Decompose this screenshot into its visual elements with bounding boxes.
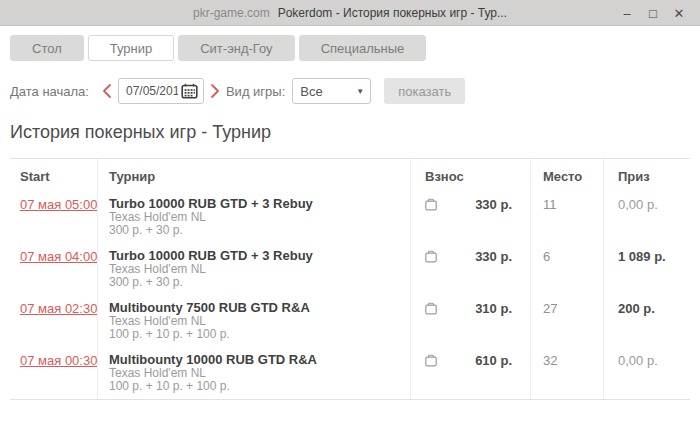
next-date-arrow-icon[interactable]: [210, 83, 220, 99]
game-variant: Texas Hold'em NL: [109, 211, 410, 225]
place-value: 27: [530, 295, 603, 347]
tournament-name: Multibounty 7500 RUB GTD R&A: [109, 301, 410, 315]
start-time-link[interactable]: 07 мая 02:30: [20, 301, 97, 316]
page-title: История покерных игр - Турнир: [10, 122, 690, 143]
game-type-selected-value: Все: [300, 84, 322, 99]
prize-value: 0,00 р.: [618, 353, 658, 368]
tournament-name: Turbo 10000 RUB GTD + 3 Rebuy: [109, 249, 410, 263]
prev-date-arrow-icon[interactable]: [102, 83, 112, 99]
start-time-link[interactable]: 07 мая 04:00: [20, 249, 97, 264]
wallet-icon: [425, 302, 437, 315]
start-time-link[interactable]: 07 мая 05:00: [20, 197, 97, 212]
window-controls: – □ ✕: [614, 0, 692, 26]
column-header-place: Место: [530, 159, 603, 191]
tournament-name: Multibounty 10000 RUB GTD R&A: [109, 353, 410, 367]
close-icon[interactable]: ✕: [666, 0, 692, 26]
table-row: 07 мая 02:30 Multibounty 7500 RUB GTD R&…: [10, 295, 690, 347]
prize-value: 200 р.: [618, 301, 655, 316]
place-value: 6: [530, 243, 603, 295]
tab-table[interactable]: Стол: [10, 35, 84, 61]
game-variant: Texas Hold'em NL: [109, 315, 410, 329]
date-field[interactable]: [126, 84, 178, 98]
wallet-icon: [425, 250, 437, 263]
prize-value: 0,00 р.: [618, 197, 658, 212]
table-row: 07 мая 04:00 Turbo 10000 RUB GTD + 3 Reb…: [10, 243, 690, 295]
place-value: 11: [530, 191, 603, 243]
buyin-breakdown: 100 р. + 10 р. + 100 р.: [109, 380, 410, 394]
table-header-row: Start Турнир Взнос Место Приз: [10, 159, 690, 191]
tab-tournament[interactable]: Турнир: [88, 35, 174, 61]
table-row: 07 мая 05:00 Turbo 10000 RUB GTD + 3 Reb…: [10, 191, 690, 243]
column-header-fee: Взнос: [410, 159, 530, 191]
tab-sit-and-go[interactable]: Сит-энд-Гоу: [178, 35, 294, 61]
date-label: Дата начала:: [10, 84, 89, 99]
calendar-icon[interactable]: [181, 83, 198, 99]
chevron-down-icon: ▼: [356, 87, 364, 96]
fee-value: 330 р.: [475, 249, 512, 264]
buyin-breakdown: 300 р. + 30 р.: [109, 224, 410, 238]
game-variant: Texas Hold'em NL: [109, 367, 410, 381]
buyin-breakdown: 100 р. + 10 р. + 100 р.: [109, 328, 410, 342]
filter-bar: Дата начала: Вид иг: [10, 78, 690, 104]
titlebar-site: pkr-game.com: [193, 6, 270, 20]
wallet-icon: [425, 198, 437, 211]
titlebar: pkr-game.comPokerdom - История покерных …: [0, 0, 700, 26]
tab-special[interactable]: Специальные: [299, 35, 427, 61]
date-input[interactable]: [118, 78, 204, 104]
show-button[interactable]: показать: [384, 78, 465, 104]
prize-value: 1 089 р.: [618, 249, 666, 264]
fee-value: 610 р.: [475, 353, 512, 368]
game-type-select[interactable]: Все ▼: [292, 78, 371, 104]
tournament-name: Turbo 10000 RUB GTD + 3 Rebuy: [109, 197, 410, 211]
tab-bar: Стол Турнир Сит-энд-Гоу Специальные: [0, 26, 700, 61]
history-table: Start Турнир Взнос Место Приз 07 мая 05:…: [10, 158, 690, 400]
column-header-prize: Приз: [603, 159, 690, 191]
fee-value: 330 р.: [475, 197, 512, 212]
game-type-label: Вид игры:: [226, 84, 285, 99]
place-value: 32: [530, 347, 603, 399]
start-time-link[interactable]: 07 мая 00:30: [20, 353, 97, 368]
column-header-start: Start: [10, 159, 97, 191]
column-header-tournament: Турнир: [97, 159, 410, 191]
wallet-icon: [425, 354, 437, 367]
fee-value: 310 р.: [475, 301, 512, 316]
minimize-icon[interactable]: –: [614, 0, 640, 26]
table-row: 07 мая 00:30 Multibounty 10000 RUB GTD R…: [10, 347, 690, 399]
titlebar-title: Pokerdom - История покерных игр - Тур...: [278, 6, 507, 20]
game-variant: Texas Hold'em NL: [109, 263, 410, 277]
maximize-icon[interactable]: □: [640, 0, 666, 26]
titlebar-text: pkr-game.comPokerdom - История покерных …: [0, 6, 700, 20]
buyin-breakdown: 300 р. + 30 р.: [109, 276, 410, 290]
app-window: pkr-game.comPokerdom - История покерных …: [0, 0, 700, 435]
